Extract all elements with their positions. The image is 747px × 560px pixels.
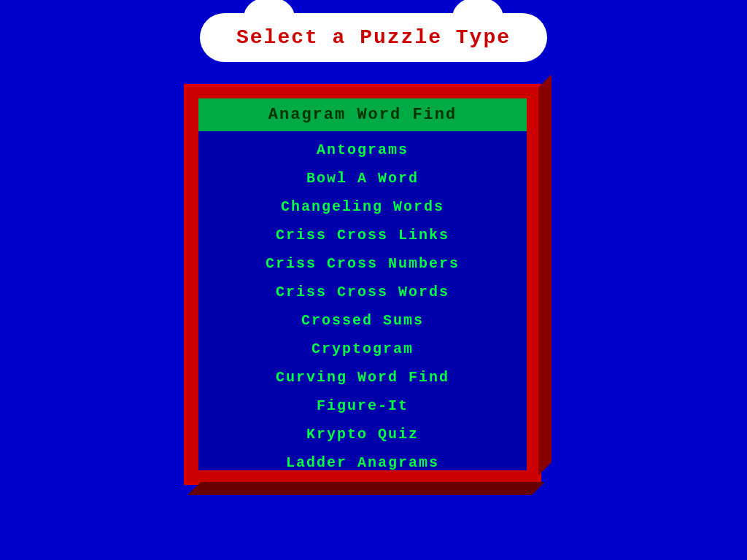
menu-item-7[interactable]: Cryptogram (198, 335, 527, 363)
title-container: Select a Puzzle Type (200, 13, 547, 62)
menu-item-10[interactable]: Krypto Quiz (198, 420, 527, 448)
menu-item-1[interactable]: Bowl A Word (198, 164, 527, 192)
title-badge: Select a Puzzle Type (200, 13, 547, 62)
menu-header-text: Anagram Word Find (268, 106, 457, 124)
red-frame: Anagram Word Find AntogramsBowl A WordCh… (184, 84, 541, 485)
page-title: Select a Puzzle Type (236, 26, 511, 49)
menu-item-0[interactable]: Antograms (198, 136, 527, 164)
menu-item-4[interactable]: Criss Cross Numbers (198, 249, 527, 278)
menu-item-11[interactable]: Ladder Anagrams (198, 448, 527, 470)
puzzle-selection-box: Anagram Word Find AntogramsBowl A WordCh… (184, 84, 563, 507)
menu-item-3[interactable]: Criss Cross Links (198, 221, 527, 249)
menu-item-5[interactable]: Criss Cross Words (198, 278, 527, 306)
menu-item-6[interactable]: Crossed Sums (198, 306, 527, 335)
menu-header[interactable]: Anagram Word Find (198, 98, 527, 131)
menu-item-8[interactable]: Curving Word Find (198, 363, 527, 392)
menu-list: AntogramsBowl A WordChangeling WordsCris… (198, 133, 527, 470)
menu-item-9[interactable]: Figure-It (198, 392, 527, 420)
inner-panel: Anagram Word Find AntogramsBowl A WordCh… (198, 98, 527, 470)
menu-item-2[interactable]: Changeling Words (198, 192, 527, 221)
